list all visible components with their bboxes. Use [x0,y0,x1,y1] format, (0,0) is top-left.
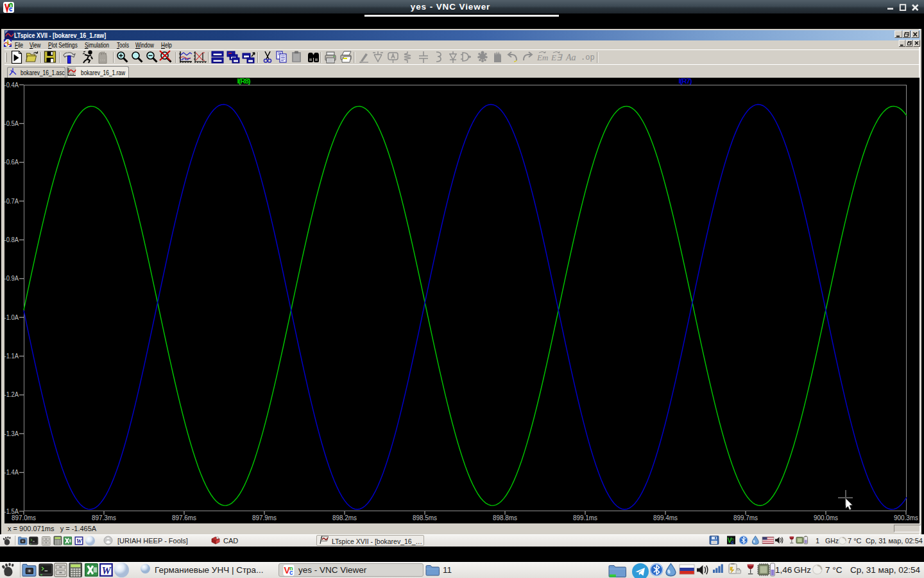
svg-text:W: W [102,565,112,576]
svg-text:c: c [732,539,734,545]
svg-text:W: W [76,538,83,545]
svg-text:c: c [289,569,293,576]
